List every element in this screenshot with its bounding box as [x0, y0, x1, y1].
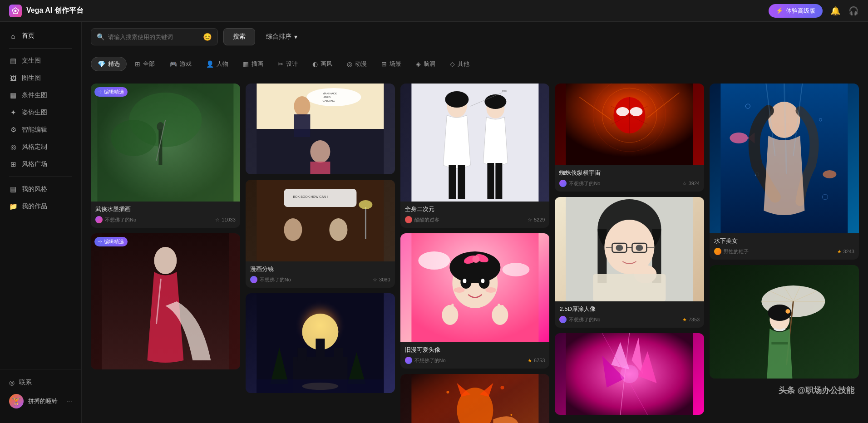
card-spiderman[interactable]: ⊹编辑精选	[555, 84, 704, 192]
card-fox[interactable]: ⊹编辑精选	[400, 374, 550, 423]
tab-illustration[interactable]: ▦ 插画	[237, 57, 270, 71]
card-moon[interactable]: ⊹编辑精选	[246, 293, 395, 393]
search-button[interactable]: 搜索	[223, 28, 255, 45]
user-avatar: 🏋	[9, 394, 24, 408]
upgrade-button[interactable]: ⚡ 体验高级版	[769, 4, 823, 18]
user-name: 拼搏的哑铃	[28, 397, 62, 405]
sidebar-item-text-image[interactable]: ▤ 文生图	[0, 52, 81, 69]
card-comic-top[interactable]: ⊹编辑精选 MAN HACK LINED. CAICANG	[246, 84, 395, 174]
tab-art-style[interactable]: ◐ 画风	[306, 57, 339, 71]
card-meta-spider: 不想佛了的No ☆ 3924	[559, 180, 700, 187]
user-area[interactable]: 🏋 拼搏的哑铃 ···	[9, 390, 72, 412]
svg-point-50	[418, 251, 450, 270]
card-meta-portrait: 不想佛了的No ★ 7353	[559, 316, 700, 323]
sidebar: ⌂ 首页 ▤ 文生图 🖼 图生图 ▦ 条件生图 ✦ 姿势生图 ⚙ 智能编辑 ◎ …	[0, 22, 82, 423]
svg-point-74	[500, 386, 504, 389]
sidebar-label-smart-edit: 智能编辑	[22, 126, 47, 134]
svg-point-4	[111, 120, 156, 156]
headphone-icon[interactable]: 🎧	[848, 5, 859, 16]
sidebar-label-my-works: 我的作品	[22, 202, 47, 211]
card-comic-bot[interactable]: ⊹编辑精选 BOK BOOK HOW CAN I	[246, 180, 395, 288]
card-warrior[interactable]: ⊹ 编辑精选 武侠水墨插画 不想佛了的No ☆	[91, 84, 240, 228]
tab-all-label: 全部	[143, 60, 155, 68]
style-customize-icon: ◎	[9, 143, 17, 151]
tab-art-style-label: 画风	[321, 60, 332, 68]
card-info-anime: 全身二次元 酷酷的过客 ☆ 5229	[400, 202, 550, 228]
sidebar-item-style-plaza[interactable]: ⊞ 风格广场	[0, 156, 81, 173]
card-retro[interactable]: ⊹编辑精选	[400, 233, 550, 369]
tab-brain[interactable]: ◈ 脑洞	[409, 57, 442, 71]
sidebar-item-my-style[interactable]: ▤ 我的风格	[0, 181, 81, 198]
svg-rect-42	[458, 165, 465, 199]
character-icon: 👤	[206, 60, 214, 68]
sidebar-item-img-image[interactable]: 🖼 图生图	[0, 69, 81, 87]
svg-text:MAN HACK: MAN HACK	[322, 92, 337, 95]
search-icon: 🔍	[97, 33, 104, 40]
search-input[interactable]	[108, 34, 199, 40]
sidebar-label-home: 首页	[22, 32, 35, 40]
sidebar-item-my-works[interactable]: 📁 我的作品	[0, 198, 81, 215]
home-icon: ⌂	[9, 32, 17, 40]
svg-point-56	[472, 256, 479, 263]
sidebar-item-condition[interactable]: ▦ 条件生图	[0, 87, 81, 104]
card-author-spider: 不想佛了的No	[559, 180, 600, 187]
svg-rect-38	[411, 84, 538, 202]
svg-rect-41	[449, 165, 456, 199]
sidebar-item-pose[interactable]: ✦ 姿势生图	[0, 104, 81, 121]
content-area: 🔍 😊 搜索 综合排序 ▾ 💎 精选 ⊞ 全部 🎮 游戏	[82, 22, 868, 423]
card-fashion[interactable]: ⊹编辑精选	[91, 233, 240, 369]
search-emoji[interactable]: 😊	[203, 33, 212, 41]
card-author-anime: 酷酷的过客	[405, 216, 439, 223]
card-meta-retro: 不想佛了的No ★ 6753	[405, 357, 545, 364]
text-image-icon: ▤	[9, 57, 17, 65]
svg-rect-134	[772, 342, 788, 344]
tab-scene[interactable]: ⊞ 场景	[375, 57, 408, 71]
tab-character[interactable]: 👤 人物	[200, 57, 235, 71]
upgrade-icon: ⚡	[776, 7, 783, 14]
condition-icon: ▦	[9, 91, 17, 99]
sidebar-item-smart-edit[interactable]: ⚙ 智能编辑	[0, 121, 81, 138]
gallery-scroll[interactable]: ⊹ 编辑精选 武侠水墨插画 不想佛了的No ☆	[82, 76, 868, 423]
sidebar-divider-2	[9, 177, 72, 177]
all-icon: ⊞	[135, 60, 140, 68]
brain-icon: ◈	[416, 60, 421, 68]
card-pink-energy[interactable]: ⊹编辑精选	[555, 333, 704, 415]
sidebar-item-style-customize[interactable]: ◎ 风格定制	[0, 138, 81, 156]
card-anime-girl[interactable]: ⊹编辑精选	[400, 84, 550, 228]
card-chinese-girl[interactable]: ⊹编辑精选	[710, 265, 859, 379]
logo-icon	[9, 5, 22, 17]
user-more-icon[interactable]: ···	[66, 397, 72, 405]
svg-point-12	[306, 88, 361, 106]
card-meta-comic: 不想佛了的No ☆ 3080	[250, 276, 390, 283]
bell-icon[interactable]: 🔔	[830, 5, 841, 16]
contact-icon: ◎	[9, 379, 15, 386]
tab-featured[interactable]: 💎 精选	[91, 57, 127, 71]
my-style-icon: ▤	[9, 185, 17, 193]
card-badge: ⊹ 编辑精选	[94, 87, 128, 97]
author-avatar	[95, 216, 103, 223]
card-author-underwater: 野性的柜子	[714, 248, 749, 255]
svg-rect-46	[495, 163, 502, 199]
card-underwater[interactable]: ⊹编辑精选	[710, 84, 859, 260]
svg-text:CAICANG: CAICANG	[322, 99, 335, 102]
contact-item[interactable]: ◎ 联系	[9, 375, 72, 390]
card-portrait[interactable]: ⊹编辑精选	[555, 197, 704, 328]
sort-dropdown[interactable]: 综合排序 ▾	[261, 30, 303, 44]
header-right: ⚡ 体验高级版 🔔 🎧	[769, 4, 859, 18]
svg-point-9	[154, 247, 177, 274]
tab-scene-label: 场景	[390, 60, 401, 68]
svg-rect-19	[310, 162, 330, 174]
tab-design-label: 设计	[286, 60, 298, 68]
tab-game[interactable]: 🎮 游戏	[163, 57, 198, 71]
tab-design[interactable]: ✂ 设计	[271, 57, 304, 71]
tab-other[interactable]: ◇ 其他	[444, 57, 476, 71]
tab-all[interactable]: ⊞ 全部	[128, 57, 161, 71]
tab-other-label: 其他	[458, 60, 469, 68]
card-title-retro: 旧漫可爱头像	[405, 346, 545, 354]
svg-point-117	[823, 170, 837, 178]
svg-point-61	[454, 287, 464, 293]
sort-label: 综合排序	[266, 33, 291, 41]
sidebar-item-home[interactable]: ⌂ 首页	[0, 27, 81, 44]
svg-rect-31	[297, 348, 306, 361]
tab-anime[interactable]: ◎ 动漫	[340, 57, 373, 71]
